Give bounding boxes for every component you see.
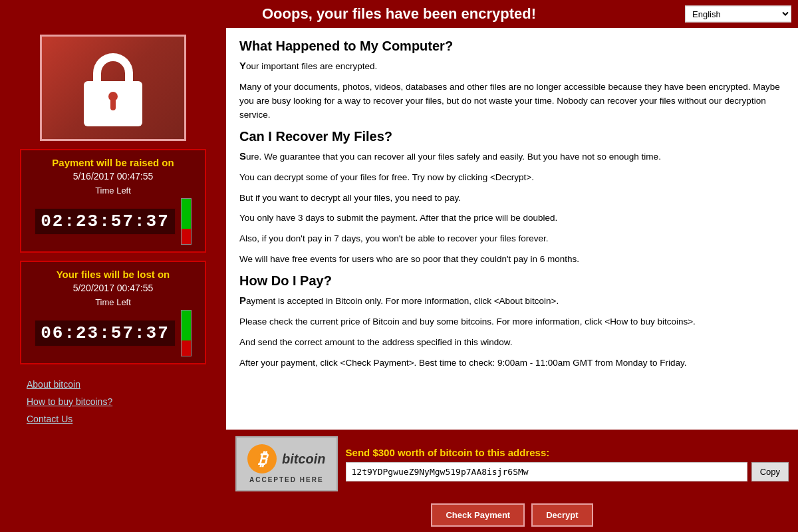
lock-icon-container [40, 35, 186, 141]
progress-red-2 [182, 340, 191, 356]
timer1-label: Payment will be raised on [28, 157, 198, 168]
progress-green-2 [182, 311, 191, 340]
section2-para4: You only have 3 days to submit the payme… [239, 211, 785, 225]
bitcoin-accepted-text: ACCEPTED HERE [249, 476, 324, 483]
section3-para3: And send the correct amount to the addre… [239, 336, 785, 350]
timer2-display: 06:23:57:37 [28, 310, 198, 356]
bitcoin-row: ₿ bitcoin ACCEPTED HERE Send $300 worth … [235, 436, 789, 491]
lock-icon [80, 48, 146, 128]
decrypt-button[interactable]: Decrypt [531, 503, 593, 527]
section2-para5: Also, if you don't pay in 7 days, you wo… [239, 232, 785, 246]
timer1-time-left-label: Time Left [28, 186, 198, 196]
bitcoin-address-row: Copy [346, 462, 789, 481]
timer-payment-raise: Payment will be raised on 5/16/2017 00:4… [20, 149, 206, 253]
section3-para4: After your payment, click <Check Payment… [239, 356, 785, 370]
lock-keyhole [108, 92, 118, 101]
how-to-buy-link[interactable]: How to buy bitcoins? [27, 396, 200, 407]
timer1-date: 5/16/2017 00:47:55 [28, 171, 198, 182]
lock-body [84, 81, 142, 126]
left-links: About bitcoin How to buy bitcoins? Conta… [20, 379, 206, 431]
bitcoin-payment-area: ₿ bitcoin ACCEPTED HERE Send $300 worth … [226, 430, 798, 498]
left-panel: Payment will be raised on 5/16/2017 00:4… [0, 28, 226, 532]
section3-para1: Payment is accepted in Bitcoin only. For… [239, 293, 785, 309]
progress-green [182, 199, 191, 229]
bottom-action-buttons: Check Payment Decrypt [226, 498, 798, 532]
section2-para3: But if you want to decrypt all your file… [239, 192, 785, 205]
language-selector-container: English Español Français Deutsch 中文 [685, 6, 791, 23]
timer2-label: Your files will be lost on [28, 269, 198, 280]
bitcoin-logo-box: ₿ bitcoin ACCEPTED HERE [235, 436, 338, 491]
scroll-content[interactable]: What Happened to My Computer? Your impor… [226, 28, 798, 430]
timer2-date: 5/20/2017 00:47:55 [28, 283, 198, 293]
timer1-display: 02:23:57:37 [28, 198, 198, 245]
progress-red [182, 229, 191, 244]
header: Ooops, your files have been encrypted! E… [0, 0, 798, 28]
timer2-countdown: 06:23:57:37 [35, 320, 176, 346]
about-bitcoin-link[interactable]: About bitcoin [27, 379, 200, 390]
page-title: Ooops, your files have been encrypted! [262, 5, 536, 23]
section1-para2: Many of your documents, photos, videos, … [239, 80, 785, 122]
copy-button[interactable]: Copy [751, 462, 789, 481]
section1-heading: What Happened to My Computer? [239, 39, 785, 54]
bitcoin-logo-row: ₿ bitcoin [247, 444, 326, 473]
right-panel: What Happened to My Computer? Your impor… [226, 28, 798, 532]
language-select[interactable]: English Español Français Deutsch 中文 [685, 6, 791, 23]
main-content: Payment will be raised on 5/16/2017 00:4… [0, 28, 798, 532]
bitcoin-send-label: Send $300 worth of bitcoin to this addre… [346, 447, 789, 458]
timer2-progress-bar [181, 310, 192, 356]
section3-heading: How Do I Pay? [239, 273, 785, 289]
contact-us-link[interactable]: Contact Us [27, 414, 200, 424]
timer1-countdown: 02:23:57:37 [35, 208, 176, 235]
section2-para2: You can decrypt some of your files for f… [239, 171, 785, 185]
section2-para6: We will have free events for users who a… [239, 253, 785, 267]
bitcoin-circle-icon: ₿ [247, 444, 277, 473]
section1-para1: Your important files are encrypted. [239, 58, 785, 74]
section3-para2: Please check the current price of Bitcoi… [239, 315, 785, 329]
bitcoin-right-content: Send $300 worth of bitcoin to this addre… [346, 447, 789, 481]
timer1-progress-bar [181, 198, 192, 245]
bitcoin-address-input[interactable] [346, 462, 747, 481]
section2-para1: Sure. We guarantee that you can recover … [239, 148, 785, 164]
timer-files-lost: Your files will be lost on 5/20/2017 00:… [20, 261, 206, 364]
timer2-time-left-label: Time Left [28, 297, 198, 307]
check-payment-button[interactable]: Check Payment [431, 503, 525, 527]
section2-heading: Can I Recover My Files? [239, 129, 785, 144]
bitcoin-logo-text: bitcoin [282, 452, 326, 467]
